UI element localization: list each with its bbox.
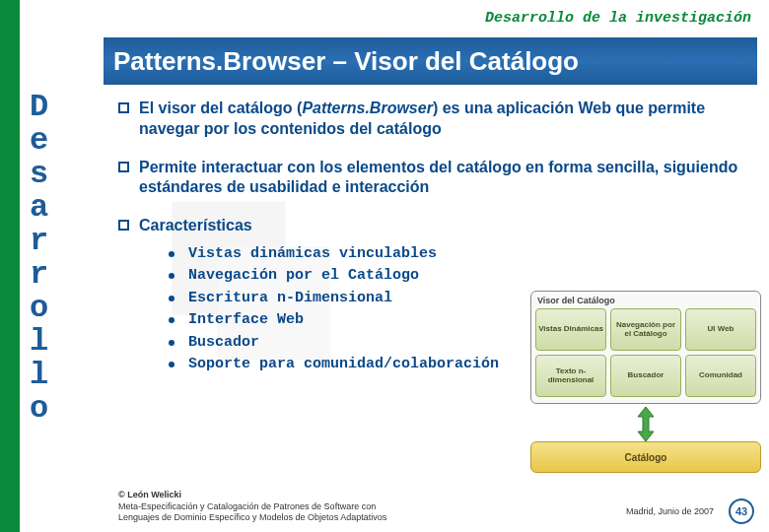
- footer-line: Meta-Especificación y Catalogación de Pa…: [118, 501, 386, 513]
- svg-marker-2: [638, 407, 654, 441]
- diagram-bottom-box: Catálogo: [530, 441, 761, 473]
- sidebar-letter: l: [30, 325, 89, 359]
- diagram-cell: Buscador: [610, 355, 681, 397]
- footer-right: Madrid, Junio de 2007 43: [626, 499, 754, 524]
- diagram-cell: Navegación por el Catálogo: [610, 308, 681, 351]
- sidebar-letter: o: [30, 392, 89, 426]
- bullet-square-icon: [118, 220, 129, 231]
- diagram-cell: UI Web: [685, 308, 756, 351]
- sublist-text: Buscador: [188, 333, 259, 353]
- footer-line: Lenguajes de Dominio Específico y Modelo…: [118, 512, 386, 524]
- breadcrumb: Desarrollo de la investigación: [0, 10, 759, 27]
- sidebar-letter: e: [30, 124, 89, 158]
- bullet-item: Permite interactuar con los elementos de…: [118, 158, 754, 199]
- sidebar-word: D e s a r r o l l o: [30, 91, 89, 426]
- dot-icon: [169, 340, 175, 346]
- copyright: © León Welicki: [118, 490, 386, 501]
- diagram-title: Visor del Catálogo: [535, 296, 756, 305]
- dot-icon: [169, 362, 175, 367]
- sidebar-letter: o: [30, 292, 89, 325]
- sidebar-letter: r: [30, 225, 89, 258]
- bullet-item: El visor del catálogo (Patterns.Browser)…: [118, 99, 754, 140]
- location-date: Madrid, Junio de 2007: [626, 506, 714, 516]
- sidebar-stripe: [0, 0, 20, 532]
- page-number-badge: 43: [729, 499, 754, 524]
- footer-left: © León Welicki Meta-Especificación y Cat…: [118, 490, 386, 524]
- page-title: Patterns.Browser – Visor del Catálogo: [113, 46, 579, 77]
- sidebar-letter: r: [30, 258, 89, 292]
- text-span: Características: [139, 217, 252, 233]
- sidebar-letter: s: [30, 158, 89, 191]
- dot-icon: [169, 317, 175, 323]
- bullet-square-icon: [118, 162, 129, 172]
- diagram-grid: Vistas Dinámicas Navegación por el Catál…: [535, 308, 756, 397]
- italic-term: Patterns.Browser: [302, 100, 433, 116]
- diagram-cell: Vistas Dinámicas: [535, 308, 606, 351]
- dot-icon: [169, 273, 175, 279]
- diagram-cell: Texto n-dimensional: [535, 355, 606, 397]
- diagram: Visor del Catálogo Vistas Dinámicas Nave…: [530, 291, 761, 473]
- sidebar: D e s a r r o l l o: [0, 0, 94, 532]
- diagram-group-box: Visor del Catálogo Vistas Dinámicas Nave…: [530, 291, 761, 404]
- double-arrow-icon: [636, 407, 656, 441]
- sublist-item: Navegación por el Catálogo: [169, 266, 754, 286]
- sublist-item: Vistas dinámicas vinculables: [169, 244, 754, 264]
- sidebar-letter: l: [30, 359, 89, 392]
- sublist-text: Navegación por el Catálogo: [188, 266, 419, 286]
- bullet-text: El visor del catálogo (Patterns.Browser)…: [139, 99, 754, 140]
- bullet-text: Permite interactuar con los elementos de…: [139, 158, 754, 199]
- sublist-text: Vistas dinámicas vinculables: [188, 244, 437, 264]
- sidebar-letter: D: [30, 91, 89, 124]
- text-span: El visor del catálogo (: [139, 100, 302, 116]
- dot-icon: [169, 251, 175, 257]
- dot-icon: [169, 296, 175, 301]
- sublist-text: Escritura n-Dimensional: [188, 289, 392, 308]
- sublist-text: Interface Web: [188, 310, 304, 330]
- sidebar-letter: a: [30, 191, 89, 225]
- footer: © León Welicki Meta-Especificación y Cat…: [118, 490, 754, 524]
- diagram-cell: Comunidad: [685, 355, 756, 397]
- sublist-text: Soporte para comunidad/colaboración: [188, 355, 499, 374]
- bullet-square-icon: [118, 102, 129, 113]
- title-bar: Patterns.Browser – Visor del Catálogo: [104, 37, 757, 85]
